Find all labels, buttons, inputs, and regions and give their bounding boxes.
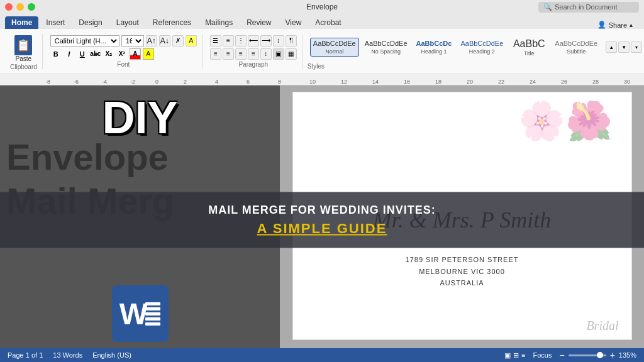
style-title-preview: AaBbC <box>513 38 545 50</box>
styles-more[interactable]: ▾ <box>631 41 642 53</box>
paste-icon: 📋 <box>14 35 32 55</box>
bullet-list-button[interactable]: ☰ <box>210 35 221 47</box>
style-title-label: Title <box>524 50 535 57</box>
language: English (US) <box>92 351 131 359</box>
paragraph-label: Paragraph <box>238 61 268 68</box>
minimize-button[interactable] <box>16 3 24 11</box>
word-lines <box>145 302 160 326</box>
sort-button[interactable]: ↕ <box>273 35 284 47</box>
word-icon: W <box>112 285 169 342</box>
numbered-list-button[interactable]: ≡ <box>223 35 234 47</box>
styles-scroll-up[interactable]: ▲ <box>606 41 617 53</box>
style-heading2-preview: AaBbCcDdEe <box>460 40 503 48</box>
address-line-2: MELBOURNE VIC 3000 <box>406 266 519 278</box>
maximize-button[interactable] <box>28 3 35 11</box>
font-family-select[interactable]: Calibri Light (H... <box>50 35 119 47</box>
subscript-button[interactable]: X₂ <box>103 48 114 60</box>
align-controls: ≡ ≡ ≡ ≡ ↕ ▣ ▦ <box>210 48 297 60</box>
justify-button[interactable]: ≡ <box>248 48 259 60</box>
grow-font-button[interactable]: A↑ <box>146 35 157 47</box>
envelope-address: 1789 SIR PETERSON STREET MELBOURNE VIC 3… <box>406 254 519 289</box>
window-title: Envelope <box>306 3 338 11</box>
close-button[interactable] <box>5 3 13 11</box>
style-normal-preview: AaBbCcDdEe <box>313 40 356 48</box>
paste-button[interactable]: 📋 Paste <box>14 35 32 62</box>
share-button[interactable]: 👤 Share ▲ <box>592 21 639 29</box>
align-left-button[interactable]: ≡ <box>210 48 221 60</box>
clear-format-button[interactable]: ✗ <box>172 35 184 47</box>
italic-button[interactable]: I <box>64 48 75 60</box>
underline-button[interactable]: U <box>77 48 88 60</box>
tab-references[interactable]: References <box>147 16 197 29</box>
style-heading1-label: Heading 1 <box>421 48 447 55</box>
tab-home[interactable]: Home <box>5 16 38 29</box>
styles-scroll-down[interactable]: ▼ <box>618 41 630 53</box>
font-color-button[interactable]: A <box>130 48 141 60</box>
clipboard-label: Clipboard <box>10 63 37 70</box>
tab-design[interactable]: Design <box>72 16 108 29</box>
style-subtitle-preview: AaBbCcDdEe <box>555 40 597 48</box>
focus-label[interactable]: Focus <box>533 351 552 359</box>
style-normal[interactable]: AaBbCcDdEe Normal <box>310 38 359 56</box>
style-no-spacing[interactable]: AaBbCcDdEe No Spacing <box>362 38 411 56</box>
banner-line1: MAIL MERGE FOR WEDDING INVITES: <box>0 204 644 217</box>
ruler-marks: -8 -6 -4 -2 0 2 4 6 8 10 12 14 16 18 20 … <box>8 74 636 85</box>
tab-insert[interactable]: Insert <box>40 16 71 29</box>
align-center-button[interactable]: ≡ <box>223 48 234 60</box>
paragraph-controls: ☰ ≡ ⋮ ⟵ ⟶ ↕ ¶ ≡ ≡ ≡ ≡ ↕ ▣ ▦ <box>210 35 297 60</box>
paragraph-group: ☰ ≡ ⋮ ⟵ ⟶ ↕ ¶ ≡ ≡ ≡ ≡ ↕ ▣ ▦ <box>205 34 303 69</box>
show-formatting-button[interactable]: ¶ <box>286 35 297 47</box>
style-subtitle[interactable]: AaBbCcDdEe Subtitle <box>552 38 601 56</box>
styles-area: AaBbCcDdEe Normal AaBbCcDdEe No Spacing … <box>308 33 644 62</box>
styles-scroll-controls: ▲ ▼ ▾ <box>603 41 642 53</box>
web-view-icon[interactable]: ⊞ <box>513 351 519 359</box>
tab-layout[interactable]: Layout <box>110 16 145 29</box>
tab-acrobat[interactable]: Acrobat <box>309 16 347 29</box>
zoom-level: 135% <box>619 351 636 359</box>
zoom-plus-button[interactable]: + <box>610 350 615 360</box>
decrease-indent-button[interactable]: ⟵ <box>248 35 259 47</box>
superscript-button[interactable]: X² <box>116 48 128 60</box>
style-heading2[interactable]: AaBbCcDdEe Heading 2 <box>457 38 506 56</box>
traffic-lights[interactable] <box>5 3 35 11</box>
strikethrough-button[interactable]: ab̶c <box>90 48 101 60</box>
style-heading1[interactable]: AaBbCcDc Heading 1 <box>413 38 455 56</box>
zoom-minus-button[interactable]: − <box>559 350 564 360</box>
ruler: -8 -6 -4 -2 0 2 4 6 8 10 12 14 16 18 20 … <box>0 74 644 85</box>
shrink-font-button[interactable]: A↓ <box>159 35 170 47</box>
font-row-1: Calibri Light (H... 16 A↑ A↓ ✗ A <box>50 35 197 47</box>
style-no-spacing-preview: AaBbCcDdEe <box>365 40 408 48</box>
style-title[interactable]: AaBbC Title <box>509 36 549 58</box>
search-bar[interactable]: 🔍 Search in Document <box>538 2 639 13</box>
multilevel-list-button[interactable]: ⋮ <box>235 35 247 47</box>
tab-mailings[interactable]: Mailings <box>199 16 239 29</box>
text-highlight-button[interactable]: A <box>143 48 154 60</box>
view-icons: ▣ ⊞ ≡ <box>504 351 525 359</box>
clipboard-controls: 📋 Paste <box>14 35 32 62</box>
zoom-controls: − + 135% <box>559 350 636 360</box>
style-no-spacing-label: No Spacing <box>371 48 401 55</box>
line-spacing-button[interactable]: ↕ <box>260 48 272 60</box>
increase-indent-button[interactable]: ⟶ <box>260 35 272 47</box>
clipboard-group: 📋 Paste Clipboard <box>5 34 43 69</box>
word-w-letter: W <box>119 297 148 331</box>
zoom-slider[interactable] <box>569 354 606 356</box>
style-normal-label: Normal <box>325 48 343 55</box>
tab-view[interactable]: View <box>279 16 308 29</box>
print-view-icon[interactable]: ▣ <box>504 351 511 359</box>
shading-button[interactable]: ▣ <box>273 48 284 60</box>
word-line-4 <box>145 317 160 321</box>
highlight-button[interactable]: A <box>186 35 197 47</box>
styles-group: AaBbCcDdEe Normal AaBbCcDdEe No Spacing … <box>305 31 644 71</box>
overlay-banner: MAIL MERGE FOR WEDDING INVITES: A SIMPLE… <box>0 192 644 248</box>
font-size-select[interactable]: 16 <box>121 35 144 47</box>
list-controls: ☰ ≡ ⋮ ⟵ ⟶ ↕ ¶ <box>210 35 297 47</box>
read-view-icon[interactable]: ≡ <box>521 351 525 359</box>
align-right-button[interactable]: ≡ <box>235 48 247 60</box>
bold-button[interactable]: B <box>50 48 62 60</box>
word-line-5 <box>145 322 160 326</box>
tab-review[interactable]: Review <box>240 16 277 29</box>
font-group: Calibri Light (H... 16 A↑ A↓ ✗ A B I U a… <box>45 34 203 69</box>
word-line-2 <box>145 307 160 310</box>
borders-button[interactable]: ▦ <box>286 48 297 60</box>
